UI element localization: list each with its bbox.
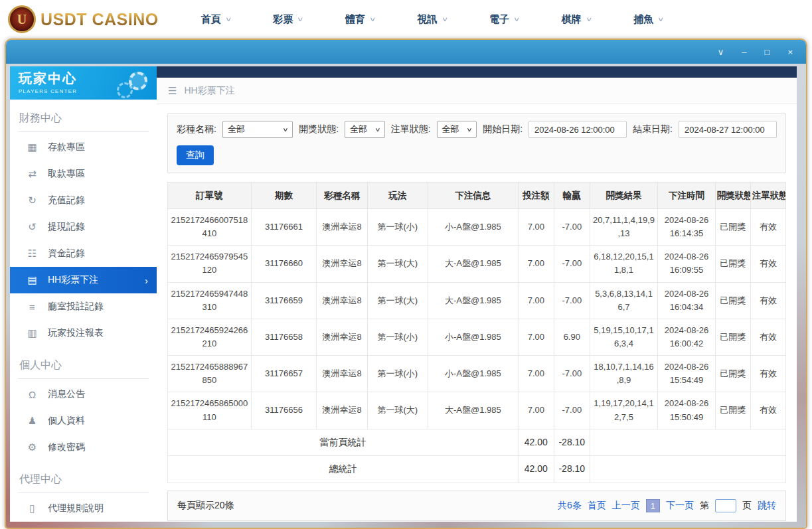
selected-value: 全部	[442, 123, 459, 135]
window-maximize-button[interactable]: □	[765, 48, 770, 56]
sidebar-item-profile[interactable]: ♟ 個人資料	[10, 408, 157, 434]
bet-time-cell: 2024-08-26 15:54:49	[658, 356, 716, 392]
draw-result-cell: 20,7,11,1,4,19,9,13	[590, 209, 657, 246]
nav-item-label: 體育	[345, 13, 365, 26]
order-no-cell: 2152172465947448310	[168, 282, 252, 319]
bet-amount-cell: 7.00	[518, 356, 554, 392]
bet-time-cell: 2024-08-26 16:00:42	[658, 319, 716, 355]
nav-item[interactable]: 棋牌 ∨	[562, 13, 592, 26]
column-header: 注單狀態	[750, 183, 785, 209]
total-summary-winloss: -28.10	[554, 456, 590, 483]
filter-actions: 查詢	[177, 145, 777, 165]
start-date-input[interactable]	[528, 121, 627, 138]
play-cell: 第一球(小)	[367, 319, 428, 355]
window-titlebar: ∨ – □ ×	[6, 40, 806, 64]
total-summary-label: 總統計	[168, 456, 519, 483]
logo[interactable]: U USDT CASINO	[8, 5, 159, 33]
sidebar-item-label: 代理規則說明	[48, 502, 104, 514]
order-status-cell: 有效	[750, 356, 785, 392]
bet-amount-cell: 7.00	[518, 246, 554, 282]
order-no-cell: 2152172466007518410	[168, 209, 252, 246]
sidebar-item-label: 取款專區	[48, 168, 85, 180]
order-no-cell: 2152172465979545120	[168, 246, 252, 282]
nav-item[interactable]: 電子 ∨	[489, 13, 519, 26]
nav-item[interactable]: 捕魚 ∨	[633, 13, 663, 26]
column-header: 期數	[251, 183, 317, 209]
nav-item[interactable]: 體育 ∨	[345, 13, 375, 26]
nav-item[interactable]: 首頁 ∨	[201, 13, 231, 26]
page-jump-input[interactable]	[715, 499, 736, 512]
prev-page-link[interactable]: 上一页	[612, 500, 640, 512]
chevron-down-icon: ∨	[374, 127, 380, 133]
sidebar-item-label: 充值記錄	[48, 194, 85, 206]
funds-record-icon: ☷	[27, 248, 38, 260]
bet-info-cell: 大-A盤@1.985	[428, 392, 518, 429]
bet-report-icon: ▥	[27, 327, 38, 339]
sidebar-item-funds-record[interactable]: ☷ 資金記錄	[10, 240, 157, 267]
win-loss-cell: -7.00	[554, 246, 590, 282]
end-date-label: 結束日期:	[633, 123, 673, 135]
column-header: 玩法	[367, 183, 428, 209]
lottery-name-cell: 澳洲幸运8	[317, 209, 367, 246]
nav-item-label: 彩票	[273, 13, 293, 26]
nav-item[interactable]: 彩票 ∨	[273, 13, 303, 26]
sidebar-item-label: 資金記錄	[48, 248, 85, 260]
end-date-input[interactable]	[679, 121, 777, 138]
lottery-name-select[interactable]: 全部 ∨	[222, 121, 293, 138]
window-minimize-button[interactable]: –	[742, 48, 746, 56]
sidebar-item-announcements[interactable]: Ω 消息公告	[10, 381, 157, 408]
sidebar-item-hh-lottery-bets[interactable]: ▤ HH彩票下注 ›	[10, 267, 157, 293]
sidebar-item-label: 個人資料	[48, 415, 85, 427]
page-title: HH彩票下注	[184, 85, 234, 97]
sidebar-item-withdraw[interactable]: ⇄ 取款專區	[10, 161, 157, 187]
play-cell: 第一球(大)	[367, 282, 428, 319]
gear-icon: ⚙	[27, 441, 38, 453]
table-row: 2152172465979545120 31176660 澳洲幸运8 第一球(大…	[168, 246, 786, 282]
sidebar-item-player-bet-report[interactable]: ▥ 玩家投注報表	[10, 320, 157, 346]
column-header: 下注時間	[658, 183, 716, 209]
search-button[interactable]: 查詢	[177, 145, 214, 165]
pagination: 共6条 首页 上一页 1 下一页 第 页 跳转	[558, 499, 776, 512]
sidebar-item-deposit[interactable]: ▦ 存款專區	[10, 134, 157, 161]
jump-button[interactable]: 跳转	[758, 500, 776, 512]
bet-amount-cell: 7.00	[518, 209, 554, 246]
bet-time-cell: 2024-08-26 16:09:55	[658, 246, 716, 282]
sidebar-item-recharge-record[interactable]: ↻ 充值記錄	[10, 187, 157, 214]
table-body: 2152172466007518410 31176661 澳洲幸运8 第一球(小…	[168, 209, 786, 429]
hamburger-icon[interactable]: ☰	[168, 85, 177, 97]
total-count-text: 共6条	[558, 500, 582, 512]
first-page-link[interactable]: 首页	[588, 500, 606, 512]
lottery-name-cell: 澳洲幸运8	[317, 282, 367, 319]
sidebar-item-withdrawal-record[interactable]: ↺ 提現記錄	[10, 214, 157, 240]
chevron-down-icon: ∨	[657, 16, 665, 23]
draw-status-select[interactable]: 全部 ∨	[345, 121, 385, 138]
sidebar-item-agent-rules[interactable]: ▯ 代理規則說明	[10, 495, 157, 522]
next-page-link[interactable]: 下一页	[666, 500, 694, 512]
table-footer: 每頁顯示20條 共6条 首页 上一页 1 下一页 第 页 跳转	[167, 491, 786, 521]
app-window: ∨ – □ × 玩家中心 PLAYERS CENTER 財務中心 ▦ 存款專區 …	[5, 38, 807, 529]
page-summary-winloss: -28.10	[554, 429, 590, 456]
period-cell: 31176659	[251, 282, 317, 319]
current-page-badge[interactable]: 1	[646, 499, 660, 512]
window-collapse-button[interactable]: ∨	[718, 48, 724, 56]
page-summary-empty	[590, 429, 785, 456]
sidebar-item-label: 存款專區	[48, 141, 85, 153]
chevron-down-icon: ∨	[586, 16, 593, 23]
top-nav: U USDT CASINO 首頁 ∨ 彩票 ∨ 體育 ∨ 視訊 ∨	[0, 0, 812, 38]
draw-result-cell: 5,3,6,8,13,14,16,7	[590, 282, 657, 319]
chevron-down-icon: ∨	[513, 16, 521, 23]
sidebar-item-change-password[interactable]: ⚙ 修改密碼	[10, 434, 157, 461]
lottery-name-cell: 澳洲幸运8	[317, 356, 367, 392]
main-body: 彩種名稱: 全部 ∨ 開獎狀態: 全部 ∨ 注單狀態: 全部	[157, 104, 797, 522]
column-header: 下注信息	[428, 183, 518, 209]
nav-item-label: 棋牌	[562, 13, 582, 26]
lottery-name-cell: 澳洲幸运8	[317, 392, 367, 429]
sidebar-item-room-bet-records[interactable]: ≡ 廳室投註記錄	[10, 293, 157, 320]
recharge-record-icon: ↻	[27, 194, 38, 206]
order-status-select[interactable]: 全部 ∨	[437, 121, 477, 138]
window-close-button[interactable]: ×	[787, 48, 793, 56]
draw-status-label: 開獎狀態:	[299, 123, 339, 135]
nav-item[interactable]: 視訊 ∨	[418, 13, 447, 26]
play-cell: 第一球(大)	[367, 246, 428, 282]
filter-row: 彩種名稱: 全部 ∨ 開獎狀態: 全部 ∨ 注單狀態: 全部	[177, 121, 777, 138]
